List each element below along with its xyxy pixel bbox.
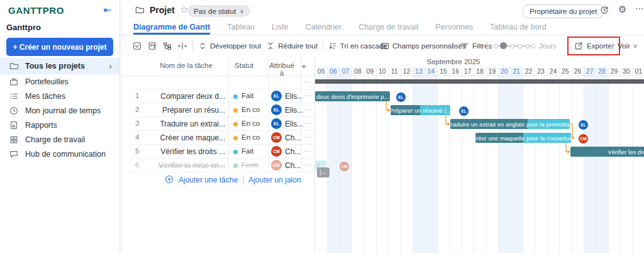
- gantt-bar-label: deux devis d'imprimerie p...: [316, 93, 389, 100]
- status-dot: [233, 136, 238, 140]
- cascade-sort-icon: [328, 42, 337, 50]
- slider-step[interactable]: [510, 44, 514, 48]
- table-row[interactable]: 5Vérifier les droits ...FaitCMCh...⋯: [130, 145, 314, 159]
- gantt-task-bar[interactable]: deux devis d'imprimerie p...: [315, 91, 390, 101]
- tab-tableau-de-bord[interactable]: Tableau de bord: [490, 21, 547, 35]
- sidebar-item-rapports[interactable]: Rapports: [0, 118, 119, 132]
- project-summary-row[interactable]: ⋯: [130, 76, 314, 89]
- sidebar: GANTTPRO ⇤ Ganttpro + Créer un nouveau p…: [0, 0, 120, 253]
- create-project-button[interactable]: + Créer un nouveau projet: [6, 38, 113, 56]
- more-options-icon[interactable]: ⋯: [635, 3, 644, 13]
- view-tabs: Diagramme de GanttTableauListeCalendrier…: [119, 21, 644, 35]
- column-header-assignee[interactable]: Attribué à: [267, 62, 297, 77]
- task-name-cell[interactable]: Traduire un extrai...: [157, 120, 225, 128]
- tab-calendrier[interactable]: Calendrier: [305, 21, 341, 35]
- row-menu-icon[interactable]: ⋯: [303, 91, 311, 100]
- row-number: 2: [135, 106, 139, 113]
- table-row[interactable]: 6Vérifier la mise en...FermCMCh...⋯: [130, 159, 314, 172]
- status-cell[interactable]: En co: [242, 133, 269, 141]
- status-cell[interactable]: Fait: [242, 92, 269, 99]
- circle-plus-icon: [165, 175, 174, 184]
- view-menu-button[interactable]: Voir ∨: [618, 35, 637, 56]
- ganttpro-logo: GANTTPRO: [8, 5, 64, 16]
- gantt-chart: Septembre 2025 0506070809101112131415161…: [314, 57, 644, 253]
- slider-step[interactable]: [531, 44, 535, 48]
- tab-tableau[interactable]: Tableau: [227, 21, 255, 35]
- chevron-down-icon: ∨: [633, 43, 638, 49]
- task-name-cell[interactable]: Vérifier les droits ...: [157, 147, 225, 156]
- sidebar-item-hub-de-communication[interactable]: Hub de communication: [0, 147, 119, 161]
- add-milestone-link[interactable]: Ajouter un jalon: [248, 176, 301, 184]
- row-menu-icon[interactable]: ⋯: [303, 160, 311, 169]
- indent-icon[interactable]: [177, 41, 187, 51]
- row-menu-icon[interactable]: ⋯: [303, 133, 311, 142]
- history-icon[interactable]: [600, 6, 609, 14]
- hierarchy-icon[interactable]: [162, 41, 172, 51]
- expand-all-button[interactable]: Développer tout: [198, 42, 261, 50]
- status-cell[interactable]: En co: [242, 106, 269, 113]
- sidebar-item-charge-de-travail[interactable]: Charge de travail: [0, 132, 119, 147]
- timeline-zoom-slider[interactable]: [494, 45, 534, 47]
- status-cell[interactable]: Fait: [242, 147, 269, 155]
- slider-step[interactable]: [518, 44, 522, 48]
- assignee-cell[interactable]: Elis...: [285, 120, 303, 128]
- row-number: 4: [135, 133, 139, 141]
- cascade-sort-button[interactable]: Tri en cascade: [328, 42, 387, 50]
- sidebar-item-mon-journal-de-temps[interactable]: Mon journal de temps: [0, 103, 119, 118]
- task-alert-icon[interactable]: [147, 41, 157, 51]
- table-row[interactable]: 4Créer une maque...En coCMCh...⋯: [130, 131, 314, 145]
- row-menu-icon[interactable]: ⋯: [303, 119, 311, 128]
- slider-step[interactable]: [525, 44, 530, 48]
- assignee-cell[interactable]: Elis...: [285, 106, 303, 115]
- assignee-cell[interactable]: Elis...: [285, 92, 303, 101]
- task-name-cell[interactable]: Préparer un résu...: [157, 106, 225, 115]
- gantt-task-bar[interactable]: Créer une maquette pour la couverture: [475, 133, 571, 143]
- add-task-link[interactable]: Ajouter une tâche: [179, 176, 238, 184]
- status-cell[interactable]: En co: [242, 120, 269, 127]
- avatar: CM: [271, 146, 282, 157]
- collapse-all-label: Réduire tout: [278, 42, 318, 50]
- collapse-all-button[interactable]: Réduire tout: [266, 42, 318, 50]
- task-name-cell[interactable]: Comparer deux d...: [157, 92, 225, 101]
- tab-liste[interactable]: Liste: [272, 21, 288, 35]
- assignee-cell[interactable]: Ch...: [285, 133, 303, 142]
- collapse-sidebar-icon[interactable]: ⇤: [103, 4, 111, 16]
- scroll-to-task-button[interactable]: |←: [317, 167, 330, 177]
- list-icon: [9, 91, 19, 101]
- filters-label: Filtres: [472, 42, 492, 50]
- project-owner-button[interactable]: Propriétaire du projet: [522, 4, 604, 18]
- table-row[interactable]: 1Comparer deux d...FaitELElis...⋯: [130, 89, 314, 103]
- app: GANTTPRO ⇤ Ganttpro + Créer un nouveau p…: [0, 0, 644, 253]
- row-menu-icon[interactable]: ⋯: [303, 147, 311, 155]
- sidebar-item-portefeuilles[interactable]: Portefeuilles: [0, 74, 119, 89]
- tab-charge-de-travail[interactable]: Charge de travail: [358, 21, 418, 35]
- tab-diagramme-de-gantt[interactable]: Diagramme de Gantt: [133, 21, 210, 35]
- gantt-task-bar[interactable]: Préparer un résumé (...: [391, 105, 450, 115]
- task-name-cell[interactable]: Vérifier la mise en...: [157, 161, 225, 170]
- task-name-cell[interactable]: Créer une maque...: [157, 133, 225, 142]
- slider-step[interactable]: [494, 44, 498, 48]
- tab-personnes[interactable]: Personnes: [435, 21, 473, 35]
- view-label: Voir: [618, 42, 630, 50]
- gantt-bar-label: Créer une maquette pour la couverture: [475, 135, 571, 142]
- column-header-status[interactable]: Statut: [231, 62, 257, 69]
- table-header: Nom de la tâche Statut Attribué à +: [119, 57, 314, 76]
- table-row[interactable]: 2Préparer un résu...En coELElis...⋯: [130, 103, 314, 117]
- table-row[interactable]: 3Traduire un extrai...En coELElis...⋯: [130, 117, 314, 131]
- sidebar-item-tous-les-projets[interactable]: Tous les projets›: [0, 58, 119, 74]
- project-status-dropdown[interactable]: Pas de statut ∨: [187, 5, 250, 17]
- sidebar-item-mes-taches[interactable]: Mes tâches: [0, 89, 119, 103]
- gantt-task-bar[interactable]: Vérifier les droits ...: [570, 147, 644, 157]
- export-button[interactable]: Exporter: [574, 41, 614, 51]
- assignee-cell[interactable]: Ch...: [285, 147, 303, 156]
- row-menu-icon[interactable]: ⋯: [303, 77, 311, 86]
- assignee-cell[interactable]: Ch...: [285, 161, 303, 170]
- status-cell[interactable]: Ferm: [242, 161, 269, 169]
- avatar: EL: [271, 91, 282, 101]
- row-menu-icon[interactable]: ⋯: [303, 105, 311, 114]
- column-header-name[interactable]: Nom de la tâche: [152, 62, 220, 69]
- gear-icon[interactable]: ⚙: [618, 4, 626, 15]
- gantt-task-bar[interactable]: Traduire un extrait en anglais pour la p…: [450, 119, 570, 129]
- slider-handle[interactable]: [500, 42, 507, 49]
- select-tasks-icon[interactable]: [132, 41, 142, 51]
